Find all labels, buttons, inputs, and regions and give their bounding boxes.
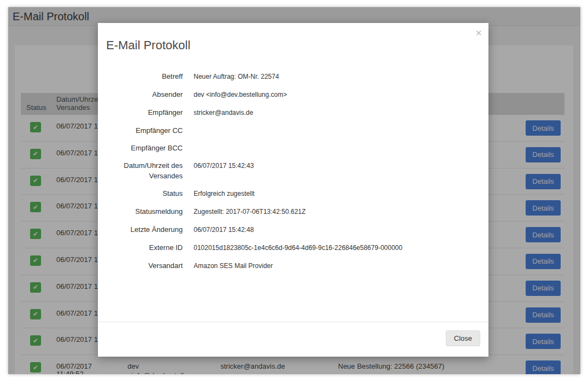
modal-field-row: Externe ID 0102015d1823805c-1e4c6c6d-9d6… <box>106 242 480 253</box>
modal-body: Betreff Neuer Auftrag: OM-Nr. 22574 Abse… <box>98 53 488 271</box>
field-label: Letzte Änderung <box>106 224 194 235</box>
field-label: Status <box>106 188 194 199</box>
field-label: Datum/Uhrzeit des Versandes <box>106 160 194 181</box>
modal-footer: Close <box>98 322 488 357</box>
field-label: Empfänger <box>106 107 194 118</box>
close-icon[interactable]: × <box>475 27 482 38</box>
modal-field-row: Versandart Amazon SES Mail Provider <box>106 260 480 271</box>
field-value: 06/07/2017 15:42:48 <box>194 224 480 235</box>
modal-field-row: Letzte Änderung 06/07/2017 15:42:48 <box>106 224 480 235</box>
modal-field-row: Betreff Neuer Auftrag: OM-Nr. 22574 <box>106 71 480 82</box>
modal-field-row: Empfänger BCC <box>106 143 480 153</box>
browser-frame: E-Mail Protokoll Status Datum/Uhrzeit de… <box>0 0 588 384</box>
modal-field-row: Absender dev <info@dev.bestellung.com> <box>106 89 480 100</box>
modal-field-row: Empfänger CC <box>106 125 480 136</box>
field-value <box>194 125 480 136</box>
modal-title: E-Mail Protokoll <box>98 23 488 53</box>
field-label: Empfänger BCC <box>106 143 194 153</box>
field-value: dev <info@dev.bestellung.com> <box>194 89 480 100</box>
field-value: 0102015d1823805c-1e4c6c6d-9d64-4d69-9c16… <box>194 242 480 253</box>
field-value <box>194 143 480 153</box>
field-label: Externe ID <box>106 242 194 253</box>
field-label: Betreff <box>106 71 194 82</box>
modal-field-row: Status Erfolgreich zugestellt <box>106 188 480 199</box>
field-value: Amazon SES Mail Provider <box>194 260 480 271</box>
email-detail-modal: × E-Mail Protokoll Betreff Neuer Auftrag… <box>98 23 488 357</box>
modal-field-row: Statusmeldung Zugestellt: 2017-07-06T13:… <box>106 206 480 217</box>
field-label: Empfänger CC <box>106 125 194 136</box>
modal-field-row: Empfänger stricker@andavis.de <box>106 107 480 118</box>
modal-field-row: Datum/Uhrzeit des Versandes 06/07/2017 1… <box>106 160 480 181</box>
field-value: Neuer Auftrag: OM-Nr. 22574 <box>194 71 480 82</box>
field-value: stricker@andavis.de <box>194 107 480 118</box>
field-value: 06/07/2017 15:42:43 <box>194 160 480 181</box>
field-label: Statusmeldung <box>106 206 194 217</box>
field-value: Erfolgreich zugestellt <box>194 188 480 199</box>
field-value: Zugestellt: 2017-07-06T13:42:50.621Z <box>194 206 480 217</box>
close-button[interactable]: Close <box>446 330 480 346</box>
field-label: Absender <box>106 89 194 100</box>
field-label: Versandart <box>106 260 194 271</box>
